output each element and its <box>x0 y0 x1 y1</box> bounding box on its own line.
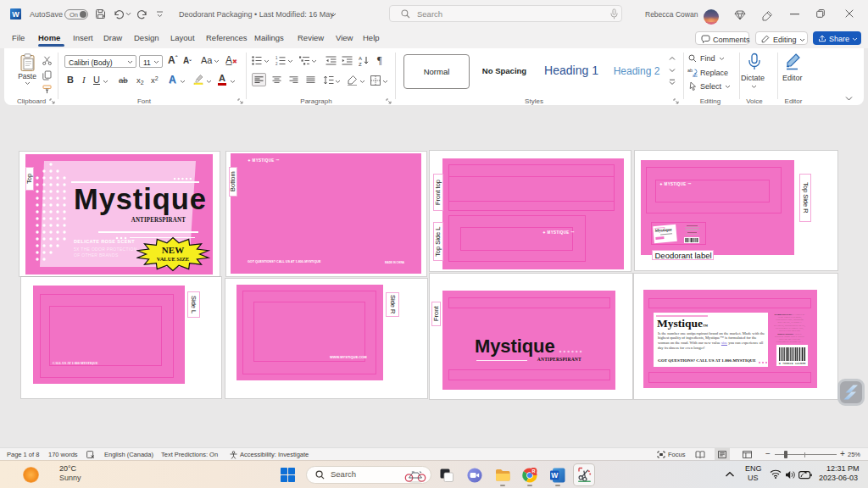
svg-text:1: 1 <box>275 56 278 60</box>
svg-text:R: R <box>532 469 536 474</box>
svg-text:W: W <box>551 471 559 480</box>
svg-text:VALUE SIZE: VALUE SIZE <box>157 256 189 262</box>
svg-text:2: 2 <box>275 62 278 66</box>
svg-text:A: A <box>359 56 362 61</box>
svg-text:NEW: NEW <box>162 245 184 255</box>
svg-text:9 780829 141535: 9 780829 141535 <box>779 362 806 365</box>
svg-text:Z: Z <box>359 62 362 67</box>
